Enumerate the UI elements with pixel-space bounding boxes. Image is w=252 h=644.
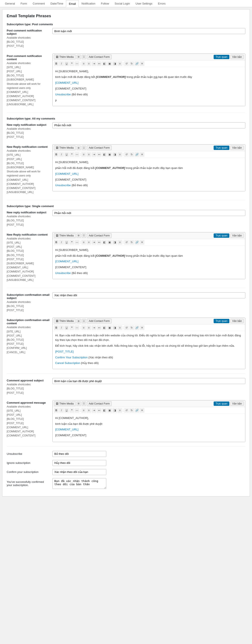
fmt-align-j-1[interactable]: ≡	[117, 61, 122, 66]
fmt-align-j-2[interactable]: ≡	[117, 152, 122, 157]
icon-btn-3a[interactable]: ⊞	[76, 234, 81, 238]
fmt-ol-2[interactable]: ≡	[86, 152, 91, 157]
add-media-btn-2[interactable]: 🖼 Thêm Media	[54, 146, 76, 150]
fmt-align-j-3[interactable]: ≡	[117, 240, 122, 245]
link-comment-url-5[interactable]: [COMMENT_URL]	[55, 428, 78, 431]
fmt-align-l-1[interactable]: ◧	[102, 61, 107, 66]
ignore-input[interactable]	[52, 460, 106, 466]
tab-datetime[interactable]: Date/Time	[48, 0, 66, 7]
fmt-underline-1[interactable]: U	[64, 61, 69, 66]
visual-tab-2[interactable]: Trực quan	[214, 146, 229, 150]
fmt-redo-1[interactable]: ↻	[129, 61, 134, 66]
link-confirm-4[interactable]: Confirm Your Subscription	[55, 356, 87, 359]
editor-content-5[interactable]: Hi [COMMENT_AUTHOR], bình luận của bạn đ…	[53, 414, 245, 442]
fmt-link-3[interactable]: 🔗	[135, 240, 139, 245]
fmt-dash-1[interactable]: —	[75, 61, 79, 66]
fmt-bold-2[interactable]: B	[54, 152, 59, 157]
icon-btn-4a[interactable]: ⊞	[76, 319, 81, 323]
fmt-quote-5[interactable]: ❝	[69, 408, 74, 413]
fmt-link-5[interactable]: 🔗	[135, 408, 139, 413]
icon-btn-5a[interactable]: ⊞	[76, 402, 81, 406]
fmt-italic-1[interactable]: I	[59, 61, 64, 66]
text-tab-1[interactable]: Văn bản	[230, 55, 244, 59]
confirm-input[interactable]	[52, 469, 106, 475]
fmt-redo-2[interactable]: ↻	[129, 152, 134, 157]
text-tab-4[interactable]: Văn bản	[230, 319, 244, 323]
tab-social-login[interactable]: Social Login	[112, 0, 133, 7]
fmt-dash-2[interactable]: —	[75, 152, 79, 157]
link-unsubscribe-3[interactable]: Unsubscribe	[55, 272, 71, 275]
subject-input-1[interactable]	[52, 28, 245, 34]
fmt-align-c-1[interactable]: ▣	[107, 61, 112, 66]
visual-tab-4[interactable]: Trực quan	[214, 319, 229, 323]
visual-tab-1[interactable]: Trực quan	[214, 55, 229, 59]
fmt-align-c-3[interactable]: ▣	[107, 240, 112, 245]
fmt-outdent-2[interactable]: ↤	[97, 152, 102, 157]
fmt-indent-4[interactable]: ⇥	[92, 325, 96, 330]
editor-content-3[interactable]: Hi [SUBSCRIBER_NAME], phản hồi mới đã đư…	[53, 246, 245, 279]
fmt-align-r-1[interactable]: ◨	[112, 61, 117, 66]
fmt-ul-3[interactable]: ≡	[81, 240, 86, 245]
fmt-italic-3[interactable]: I	[59, 240, 64, 245]
tab-email[interactable]: Email	[66, 0, 79, 7]
fmt-underline-3[interactable]: U	[64, 240, 69, 245]
fmt-italic-2[interactable]: I	[59, 152, 64, 157]
fmt-align-r-2[interactable]: ◨	[112, 152, 117, 157]
fmt-undo-4[interactable]: ↺	[124, 325, 129, 330]
fmt-underline-4[interactable]: U	[64, 325, 69, 330]
fmt-remove-2[interactable]: ✕	[140, 152, 144, 157]
add-contact-btn-2[interactable]: Add Contact Form	[87, 146, 112, 150]
fmt-undo-1[interactable]: ↺	[124, 61, 129, 66]
link-unsubscribe-1[interactable]: Unsubscribe	[55, 93, 71, 96]
text-tab-3[interactable]: Văn bản	[230, 234, 244, 238]
fmt-indent-1[interactable]: ⇥	[92, 61, 96, 66]
fmt-remove-5[interactable]: ✕	[140, 408, 144, 413]
fmt-align-l-4[interactable]: ◧	[102, 325, 107, 330]
link-cancel-4[interactable]: Cancel Subscription	[55, 361, 80, 364]
fmt-underline-2[interactable]: U	[64, 152, 69, 157]
fmt-align-l-5[interactable]: ◧	[102, 408, 107, 413]
fmt-quote-2[interactable]: ❝	[69, 152, 74, 157]
fmt-indent-3[interactable]: ⇥	[92, 240, 96, 245]
fmt-ol-3[interactable]: ≡	[86, 240, 91, 245]
fmt-dash-3[interactable]: —	[75, 240, 79, 245]
fmt-link-2[interactable]: 🔗	[135, 152, 139, 157]
fmt-remove-4[interactable]: ✕	[140, 325, 144, 330]
fmt-italic-5[interactable]: I	[59, 408, 64, 413]
fmt-link-4[interactable]: 🔗	[135, 325, 139, 330]
fmt-align-c-5[interactable]: ▣	[107, 408, 112, 413]
fmt-bold-4[interactable]: B	[54, 325, 59, 330]
fmt-outdent-1[interactable]: ↤	[97, 61, 102, 66]
fmt-ul-1[interactable]: ≡	[81, 61, 86, 66]
subject-input-2[interactable]	[52, 122, 245, 128]
add-media-btn-3[interactable]: 🖼 Thêm Media	[54, 233, 76, 238]
fmt-dash-5[interactable]: —	[75, 408, 79, 413]
tab-errors[interactable]: Errors	[155, 0, 168, 7]
fmt-align-r-5[interactable]: ◨	[112, 408, 117, 413]
add-media-btn-1[interactable]: 🖼 Thêm Media	[54, 54, 76, 59]
fmt-ul-5[interactable]: ≡	[81, 408, 86, 413]
unsubscribe-input[interactable]	[52, 451, 106, 457]
icon-btn-1b[interactable]: ☷	[82, 55, 86, 59]
fmt-bold-1[interactable]: B	[54, 61, 59, 66]
fmt-dash-4[interactable]: —	[75, 325, 79, 330]
fmt-indent-5[interactable]: ⇥	[92, 408, 96, 413]
tab-user-settings[interactable]: User Settings	[133, 0, 155, 7]
fmt-quote-3[interactable]: ❝	[69, 240, 74, 245]
link-post-title-4[interactable]: [POST_TITLE]	[55, 350, 73, 353]
fmt-quote-1[interactable]: ❝	[69, 61, 74, 66]
icon-btn-1a[interactable]: ⊞	[76, 55, 81, 59]
link-unsubscribe-2[interactable]: Unsubscribe	[55, 184, 71, 187]
tab-notification[interactable]: Notification	[79, 0, 98, 7]
fmt-undo-3[interactable]: ↺	[124, 240, 129, 245]
icon-btn-2b[interactable]: ☷	[82, 146, 86, 150]
visual-tab-3[interactable]: Trực quan	[214, 234, 229, 238]
fmt-redo-4[interactable]: ↻	[129, 325, 134, 330]
editor-content-2[interactable]: Hi [SUBSCRIBER_NAME], phản hồi mới đã đư…	[53, 158, 245, 191]
fmt-indent-2[interactable]: ⇥	[92, 152, 96, 157]
confirmed-textarea[interactable]: Bạn đã xác nhận thành công theo dõi của …	[52, 478, 106, 489]
editor-content-4[interactable]: Hi. Bạn vừa mới theo dõi bình luận mới t…	[53, 331, 245, 369]
text-tab-5[interactable]: Văn bản	[230, 402, 244, 406]
fmt-ol-5[interactable]: ≡	[86, 408, 91, 413]
fmt-remove-3[interactable]: ✕	[140, 240, 144, 245]
